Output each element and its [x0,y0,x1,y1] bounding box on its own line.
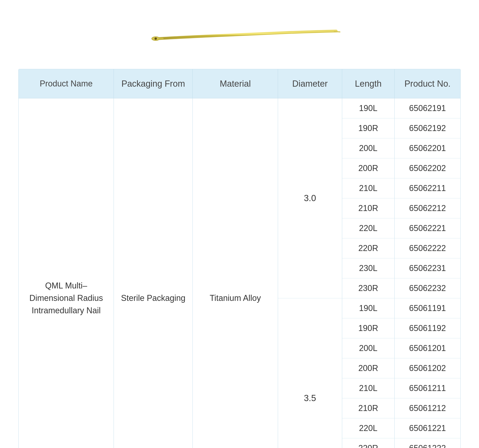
header-diameter: Diameter [278,69,342,98]
cell-product-no: 65061211 [395,378,460,398]
cell-length: 210R [342,398,394,418]
cell-product-no: 65062201 [395,138,460,158]
cell-material: Titanium Alloy [193,98,278,448]
svg-point-4 [155,38,155,38]
header-packaging: Packaging From [114,69,193,98]
cell-product-no: 65062231 [395,258,460,278]
header-product-no: Product No. [395,69,460,98]
cell-product-no: 65062191 [395,98,460,118]
cell-product-no: 65061222 [395,438,460,448]
cell-product-no: 65061192 [395,318,460,338]
cell-length: 190L [342,98,394,118]
cell-length: 220R [342,438,394,448]
cell-length: 220L [342,218,394,238]
cell-length: 190R [342,118,394,138]
page-wrapper: Product Name Packaging From Material Dia… [0,0,479,448]
cell-length: 200L [342,338,394,358]
table-container: Product Name Packaging From Material Dia… [18,69,461,448]
cell-product-no: 65061202 [395,358,460,378]
table-body: QML Multi–Dimensional Radius Intramedull… [19,98,460,448]
cell-product-no: 65062211 [395,178,460,198]
cell-product-no: 65062192 [395,118,460,138]
cell-length: 200R [342,158,394,178]
header-length: Length [342,69,394,98]
product-image [136,23,343,51]
cell-diameter: 3.0 [278,98,342,298]
cell-length: 230R [342,278,394,298]
cell-diameter: 3.5 [278,298,342,448]
cell-length: 200L [342,138,394,158]
cell-product-no: 65062212 [395,198,460,218]
product-table: Product Name Packaging From Material Dia… [19,69,460,448]
cell-product-no: 65061191 [395,298,460,318]
cell-length: 210R [342,198,394,218]
cell-length: 190R [342,318,394,338]
cell-length: 190L [342,298,394,318]
cell-packaging: Sterile Packaging [114,98,193,448]
cell-product-no: 65061201 [395,338,460,358]
cell-length: 220R [342,238,394,258]
cell-length: 210L [342,178,394,198]
table-row: QML Multi–Dimensional Radius Intramedull… [19,98,460,118]
cell-length: 200R [342,358,394,378]
cell-product-no: 65062221 [395,218,460,238]
cell-product-no: 65062222 [395,238,460,258]
header-material: Material [193,69,278,98]
cell-product-no: 65062202 [395,158,460,178]
cell-product-no: 65061221 [395,418,460,438]
cell-length: 220L [342,418,394,438]
table-header-row: Product Name Packaging From Material Dia… [19,69,460,98]
product-image-area [18,14,461,69]
svg-rect-5 [159,38,164,40]
header-product-name: Product Name [19,69,114,98]
cell-product-no: 65062232 [395,278,460,298]
cell-product-name: QML Multi–Dimensional Radius Intramedull… [19,98,114,448]
cell-length: 230L [342,258,394,278]
cell-length: 210L [342,378,394,398]
cell-product-no: 65061212 [395,398,460,418]
